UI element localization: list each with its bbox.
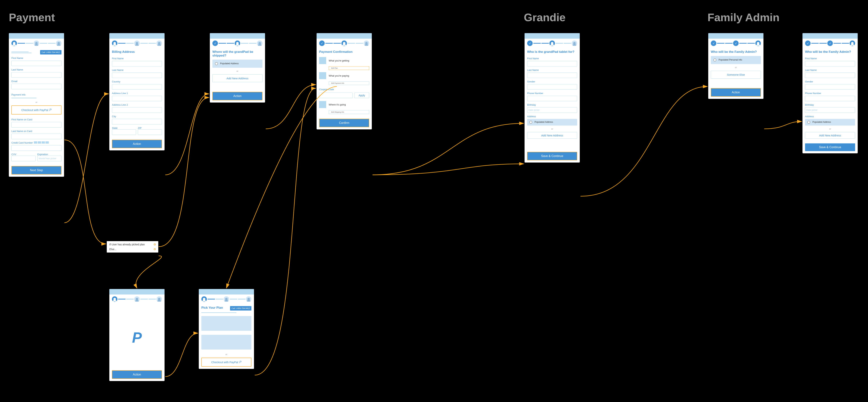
checkout-paypal-button[interactable]: Checkout with PayPalP bbox=[11, 105, 61, 115]
input-first-name-card[interactable] bbox=[11, 122, 61, 128]
step-1-icon: ✓ bbox=[711, 40, 716, 46]
action-button[interactable]: Action bbox=[112, 140, 162, 148]
next-step-button[interactable]: Next Step bbox=[11, 166, 61, 175]
populated-address-option[interactable]: Populated Address bbox=[212, 60, 262, 68]
input-coupon[interactable] bbox=[319, 93, 353, 98]
input-cvv[interactable] bbox=[11, 156, 35, 161]
add-new-address-button[interactable]: Add New Address bbox=[805, 132, 855, 138]
input-gender[interactable] bbox=[805, 84, 855, 90]
paypal-icon: P bbox=[239, 360, 242, 364]
action-button[interactable]: Action bbox=[711, 88, 761, 97]
input-address2[interactable] bbox=[112, 107, 162, 113]
label-last-name: Last Name bbox=[11, 68, 61, 71]
step-3-icon bbox=[246, 296, 251, 302]
step-dash bbox=[48, 43, 55, 43]
stepper: ✓ bbox=[317, 39, 372, 48]
screen-payment-billing: Call 1-800-704-9412 First Name Last Name… bbox=[9, 33, 64, 177]
input-first-name[interactable] bbox=[527, 61, 577, 66]
plan-option-2[interactable] bbox=[202, 335, 251, 349]
step-3-icon bbox=[257, 40, 262, 46]
save-continue-button[interactable]: Save & Continue bbox=[805, 144, 855, 151]
stepper: ✓ bbox=[210, 39, 265, 48]
populated-address-option[interactable]: Populated Address bbox=[527, 119, 577, 126]
edit-payment-button[interactable]: Edit Payment Info bbox=[329, 81, 369, 85]
label-payment-info: Payment Info bbox=[11, 93, 61, 96]
action-button[interactable]: Action bbox=[212, 92, 262, 100]
card-type-icons bbox=[34, 142, 49, 144]
input-country[interactable] bbox=[112, 84, 162, 90]
label-city: City bbox=[112, 115, 162, 118]
input-zip[interactable] bbox=[138, 129, 162, 135]
stepper bbox=[9, 39, 64, 48]
input-city[interactable] bbox=[112, 119, 162, 124]
edit-shipping-button[interactable]: Edit Shipping Info bbox=[329, 110, 369, 114]
someone-else-button[interactable]: Someone Else bbox=[711, 71, 761, 79]
input-last-name[interactable] bbox=[112, 72, 162, 78]
populated-personal-option[interactable]: Populated Personal Info bbox=[711, 56, 761, 64]
section-title-family-admin: Family Admin bbox=[708, 11, 779, 24]
input-birthday[interactable]: Date picker bbox=[527, 107, 577, 113]
or-divider: or bbox=[805, 128, 855, 130]
app-top-bar bbox=[210, 33, 265, 39]
label-zip: ZIP bbox=[138, 127, 162, 129]
screen-grandie-form: ✓ Who is the grandPad tablet for? First … bbox=[525, 33, 580, 162]
input-state[interactable] bbox=[112, 129, 136, 135]
call-button[interactable]: Call 1-800-704-9412 bbox=[230, 306, 251, 311]
populated-address-option[interactable]: Populated Address bbox=[805, 119, 855, 126]
label-gender: Gender bbox=[805, 80, 855, 83]
edit-plan-button[interactable]: Edit Plan bbox=[329, 66, 369, 70]
paypal-icon: P bbox=[49, 108, 52, 112]
input-last-name[interactable] bbox=[805, 72, 855, 78]
radio-icon bbox=[713, 59, 716, 61]
step-3-icon bbox=[156, 296, 162, 302]
step-1-icon: ✓ bbox=[319, 40, 325, 46]
input-first-name[interactable] bbox=[112, 61, 162, 66]
input-phone[interactable] bbox=[527, 96, 577, 101]
label-last-name: Last Name bbox=[805, 69, 855, 71]
plan-option-1[interactable] bbox=[202, 316, 251, 331]
stepper bbox=[109, 39, 164, 48]
step-dash bbox=[40, 43, 47, 43]
add-new-address-button[interactable]: Add New Address bbox=[212, 74, 262, 82]
or-divider: or bbox=[11, 101, 61, 103]
label-country: Country bbox=[112, 80, 162, 83]
input-first-name[interactable] bbox=[805, 61, 855, 66]
input-last-name[interactable] bbox=[11, 72, 61, 78]
branch-dot-icon bbox=[154, 244, 156, 245]
input-first-name[interactable] bbox=[11, 61, 61, 66]
checkout-paypal-button[interactable]: Checkout with PayPalP bbox=[202, 358, 251, 367]
action-button[interactable]: Action bbox=[112, 370, 162, 379]
add-new-address-button[interactable]: Add New Address bbox=[527, 132, 577, 138]
label-first-name: First Name bbox=[11, 57, 61, 59]
input-last-name-card[interactable] bbox=[11, 134, 61, 139]
save-continue-button[interactable]: Save & Continue bbox=[527, 152, 577, 160]
decision-branch: If User has already picked plan Else... bbox=[107, 241, 158, 252]
label-birthday: Birthday bbox=[527, 103, 577, 106]
input-phone[interactable] bbox=[805, 96, 855, 101]
input-credit-card[interactable] bbox=[11, 145, 61, 151]
step-1-icon bbox=[112, 296, 117, 302]
or-divider: or bbox=[212, 70, 262, 72]
radio-icon bbox=[529, 121, 532, 124]
step-2-icon bbox=[34, 40, 39, 46]
label-gender: Gender bbox=[527, 80, 577, 83]
section-title-grandie: Grandie bbox=[524, 11, 566, 24]
stepper bbox=[109, 295, 164, 304]
label-first-name: First Name bbox=[805, 57, 855, 60]
input-birthday[interactable]: Date picker bbox=[805, 107, 855, 113]
input-last-name[interactable] bbox=[527, 72, 577, 78]
label-first-name-card: First Name on Card bbox=[11, 118, 61, 121]
step-2-icon bbox=[341, 40, 347, 46]
decision-picked-plan: If User has already picked plan bbox=[109, 243, 156, 246]
screen-paypal: P Action bbox=[109, 289, 164, 381]
input-address1[interactable] bbox=[112, 96, 162, 101]
input-email[interactable] bbox=[11, 84, 61, 89]
input-gender[interactable] bbox=[527, 84, 577, 90]
apply-button[interactable]: Apply bbox=[354, 93, 369, 98]
label-cvv: CVV bbox=[11, 153, 35, 156]
confirm-button[interactable]: Confirm bbox=[319, 119, 369, 127]
thumb-icon bbox=[319, 57, 326, 64]
call-button[interactable]: Call 1-800-704-9412 bbox=[40, 50, 61, 55]
branch-dot-icon bbox=[154, 248, 156, 250]
input-expiration[interactable]: Month/Year picker bbox=[37, 156, 61, 161]
